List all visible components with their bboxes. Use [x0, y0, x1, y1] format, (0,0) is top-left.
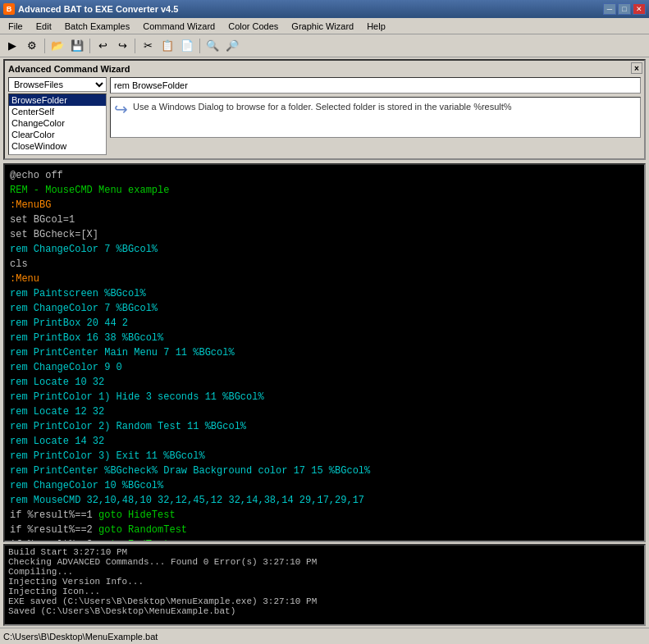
toolbar-copy[interactable]: 📋 [158, 37, 176, 55]
toolbar-redo[interactable]: ↪ [113, 37, 131, 55]
maximize-button[interactable]: □ [618, 3, 631, 15]
title-controls: ─ □ ✕ [603, 3, 646, 15]
app-icon: B [3, 3, 15, 15]
menu-batch-examples[interactable]: Batch Examples [58, 18, 136, 34]
wizard-command-input[interactable] [110, 77, 641, 94]
toolbar-sep-2 [89, 39, 90, 53]
status-bar: C:\Users\B\Desktop\MenuExample.bat [0, 628, 649, 644]
close-button[interactable]: ✕ [633, 3, 646, 15]
wizard-description-text: Use a Windows Dialog to browse for a fol… [133, 101, 512, 113]
wizard-description-panel: ↪ Use a Windows Dialog to browse for a f… [110, 97, 641, 138]
list-item-centerself[interactable]: CenterSelf [9, 106, 106, 117]
window-title: Advanced BAT to EXE Converter v4.5 [18, 4, 178, 14]
title-bar: B Advanced BAT to EXE Converter v4.5 ─ □… [0, 0, 649, 18]
menu-help[interactable]: Help [360, 18, 392, 34]
minimize-button[interactable]: ─ [603, 3, 616, 15]
status-text: C:\Users\B\Desktop\MenuExample.bat [3, 632, 158, 642]
wizard-category-dropdown[interactable]: BrowseFiles [8, 77, 107, 92]
code-content-area[interactable]: @echo off REM - MouseCMD Menu example :M… [5, 165, 644, 541]
toolbar-open[interactable]: 📂 [48, 37, 66, 55]
toolbar-sep-4 [199, 39, 200, 53]
menu-bar: File Edit Batch Examples Command Wizard … [0, 18, 649, 34]
list-item-clearcolor[interactable]: ClearColor [9, 129, 106, 140]
toolbar-run[interactable]: ▶ [3, 37, 21, 55]
toolbar-sep-1 [44, 39, 45, 53]
wizard-list-container: BrowseFiles BrowseFolder CenterSelf Chan… [8, 77, 107, 155]
toolbar-paste[interactable]: 📄 [178, 37, 196, 55]
wizard-right-panel: ↪ Use a Windows Dialog to browse for a f… [110, 77, 641, 155]
toolbar-search2[interactable]: 🔎 [223, 37, 241, 55]
toolbar-sep-3 [135, 39, 135, 53]
wizard-close-button[interactable]: × [631, 62, 642, 74]
toolbar-cut[interactable]: ✂ [139, 37, 157, 55]
menu-graphic-wizard[interactable]: Graphic Wizard [285, 18, 360, 34]
menu-color-codes[interactable]: Color Codes [222, 18, 285, 34]
output-panel: Build Start 3:27:10 PMChecking ADVANCED … [3, 544, 646, 626]
toolbar: ▶ ⚙ 📂 💾 ↩ ↪ ✂ 📋 📄 🔍 🔎 [0, 34, 649, 57]
menu-command-wizard[interactable]: Command Wizard [136, 18, 222, 34]
menu-edit[interactable]: Edit [30, 18, 58, 34]
toolbar-search[interactable]: 🔍 [203, 37, 222, 55]
toolbar-undo[interactable]: ↩ [94, 37, 112, 55]
main-container: Advanced Command Wizard × BrowseFiles Br… [0, 57, 649, 644]
list-item-changecolor[interactable]: ChangeColor [9, 117, 106, 129]
wizard-arrow-icon: ↪ [114, 101, 128, 117]
list-item-closewindow[interactable]: CloseWindow [9, 140, 106, 152]
code-editor[interactable]: @echo off REM - MouseCMD Menu example :M… [3, 163, 646, 542]
list-item-browsefolder[interactable]: BrowseFolder [9, 94, 106, 106]
menu-file[interactable]: File [2, 18, 30, 34]
wizard-title: Advanced Command Wizard [8, 64, 641, 74]
wizard-panel: Advanced Command Wizard × BrowseFiles Br… [3, 59, 646, 160]
title-bar-left: B Advanced BAT to EXE Converter v4.5 [3, 3, 178, 15]
toolbar-settings[interactable]: ⚙ [23, 37, 41, 55]
wizard-content: BrowseFiles BrowseFolder CenterSelf Chan… [8, 77, 641, 155]
wizard-command-list[interactable]: BrowseFolder CenterSelf ChangeColor Clea… [8, 94, 107, 155]
toolbar-save[interactable]: 💾 [68, 37, 86, 55]
